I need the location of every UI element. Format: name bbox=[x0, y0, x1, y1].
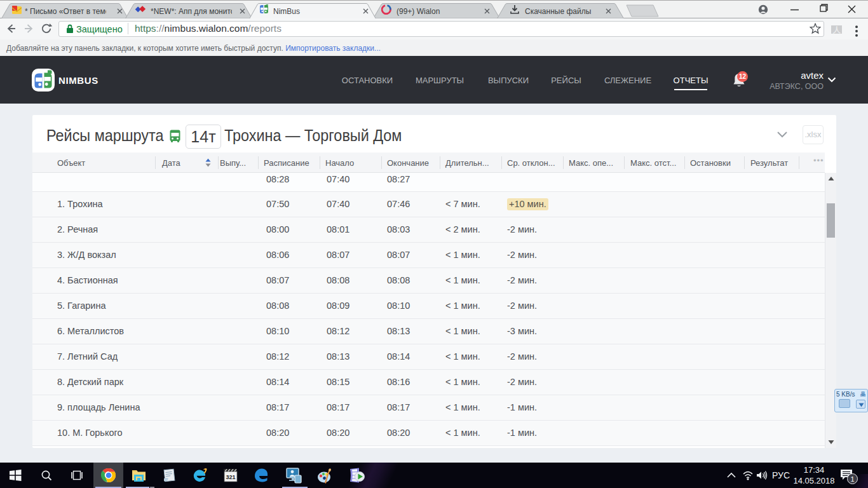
svg-text:321: 321 bbox=[226, 474, 235, 480]
